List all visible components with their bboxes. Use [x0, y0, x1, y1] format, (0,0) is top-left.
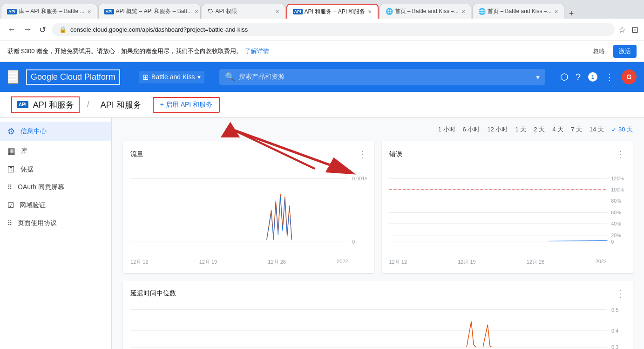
time-2d[interactable]: 2 天	[534, 125, 545, 134]
sidebar-item-library[interactable]: ▦ 库	[0, 141, 111, 161]
dashboard-icon: ⚙	[7, 126, 15, 137]
tab-homepage-1[interactable]: 🌐 首页 – Battle and Kiss –... ×	[380, 4, 472, 19]
hamburger-menu-button[interactable]: ☰	[7, 70, 19, 84]
error-x-label-1: 12月 19	[458, 259, 476, 266]
more-options-button[interactable]: ⋮	[605, 71, 614, 82]
tab-api-services[interactable]: API API 和服务 – API 和服务 ×	[286, 4, 379, 19]
search-expand-icon: ▾	[536, 73, 540, 82]
svg-text:0: 0	[352, 239, 355, 245]
tos-icon: ⠿	[7, 219, 12, 227]
tab-library[interactable]: API 库 – API 和服务 – Battle ... ×	[1, 4, 97, 19]
latency-chart-header: 延迟时间中位数 ⋮	[130, 288, 625, 299]
tab-label-4: API 和服务 – API 和服务	[305, 8, 366, 16]
time-7d[interactable]: 7 天	[571, 125, 582, 134]
content-area: 1 小时 6 小时 12 小时 1 天 2 天 4 天 7 天 14 天 ✓ 3…	[112, 118, 644, 349]
share-icon-button[interactable]: ⬡	[560, 71, 568, 82]
promo-link[interactable]: 了解详情	[245, 47, 269, 55]
enable-api-button[interactable]: + 启用 API 和服务	[153, 97, 220, 113]
reload-button[interactable]: ↺	[37, 23, 48, 37]
extension-icon[interactable]: ⊡	[631, 25, 638, 35]
back-button[interactable]: ←	[6, 23, 18, 36]
traffic-chart-area: 0.001/s 0	[130, 164, 367, 257]
domain-icon: ☑	[7, 201, 14, 210]
traffic-chart-x-labels: 12月 12 12月 19 12月 26 2022	[130, 259, 367, 266]
time-4d[interactable]: 4 天	[552, 125, 563, 134]
svg-text:120%: 120%	[611, 176, 624, 181]
time-14d[interactable]: 14 天	[590, 125, 604, 134]
tab-permissions[interactable]: 🛡 API 权限 ×	[202, 4, 285, 19]
promo-activate-button[interactable]: 激活	[613, 45, 637, 58]
traffic-x-label-3: 2022	[337, 259, 348, 266]
promo-dismiss-button[interactable]: 忽略	[593, 47, 605, 55]
toolbar-icons: ☆ ⊡	[618, 25, 638, 35]
svg-text:60%: 60%	[611, 210, 621, 215]
svg-text:20%: 20%	[611, 233, 621, 238]
credentials-icon: ⚿	[7, 165, 15, 174]
address-bar[interactable]: 🔒 console.cloud.google.com/apis/dashboar…	[52, 23, 615, 36]
traffic-x-label-1: 12月 19	[199, 259, 217, 266]
sidebar-item-tos[interactable]: ⠿ 页面使用协议	[0, 214, 111, 232]
tab-close-icon-5[interactable]: ×	[459, 8, 465, 15]
svg-line-23	[548, 240, 607, 241]
sidebar-label-domain: 网域验证	[20, 201, 46, 210]
tab-close-icon-6[interactable]: ×	[552, 8, 558, 15]
sidebar-item-dashboard[interactable]: ⚙ 信息中心	[0, 122, 111, 141]
error-chart-header: 错误 ⋮	[389, 149, 626, 160]
project-name: Battle and Kiss	[151, 73, 195, 81]
time-6h[interactable]: 6 小时	[463, 125, 480, 134]
tab-label-5: 首页 – Battle and Kiss –...	[395, 7, 459, 15]
help-icon-button[interactable]: ?	[576, 72, 581, 82]
tab-label-6: 首页 – Battle and Kiss –...	[488, 7, 551, 15]
traffic-chart-header: 流量 ⋮	[130, 149, 367, 160]
notification-badge[interactable]: 1	[588, 72, 597, 82]
sidebar-label-library: 库	[21, 147, 27, 155]
search-bar[interactable]: 🔍 搜索产品和资源 ▾	[219, 69, 545, 85]
svg-text:0.5: 0.5	[611, 307, 618, 313]
latency-chart-card: 延迟时间中位数 ⋮ 0.5 0.4 0.3	[123, 281, 633, 349]
page-header: API API 和服务 / API 和服务 + 启用 API 和服务	[0, 92, 644, 118]
forward-button[interactable]: →	[21, 23, 34, 36]
svg-text:0: 0	[611, 239, 614, 245]
tab-label: 库 – API 和服务 – Battle ...	[19, 7, 84, 15]
promo-text: 获赠 $300 赠金，开始免费试用。请放心，如果您的赠金用尽，我们不会向您收取费…	[7, 47, 242, 55]
project-selector[interactable]: ⊞ Battle and Kiss ▾	[139, 71, 204, 83]
api-badge: API	[17, 101, 28, 108]
top-nav: ☰ Google Cloud Platform ⊞ Battle and Kis…	[0, 62, 644, 92]
bookmark-icon[interactable]: ☆	[618, 25, 626, 35]
sidebar-item-oauth[interactable]: ⠿ OAuth 同意屏幕	[0, 178, 111, 196]
sidebar-label-oauth: OAuth 同意屏幕	[18, 183, 64, 192]
promo-banner: 获赠 $300 赠金，开始免费试用。请放心，如果您的赠金用尽，我们不会向您收取费…	[0, 41, 644, 62]
tab-label-2: API 概览 – API 和服务 – Batt...	[116, 7, 192, 15]
time-30d[interactable]: ✓ 30 天	[611, 125, 633, 134]
svg-text:0.4: 0.4	[611, 328, 618, 334]
error-chart-area: 120% 100% 80% 60% 40% 20% 0	[389, 164, 626, 257]
error-chart-menu[interactable]: ⋮	[616, 149, 625, 160]
nav-right-icons: ⬡ ? 1 ⋮ G	[560, 69, 637, 84]
sidebar-label-dashboard: 信息中心	[20, 127, 47, 136]
error-chart-x-labels: 12月 12 12月 19 12月 26 2022	[389, 259, 626, 266]
traffic-x-label-0: 12月 12	[130, 259, 149, 266]
tab-close-icon-4[interactable]: ×	[365, 8, 372, 15]
new-tab-button[interactable]: +	[564, 9, 579, 19]
search-icon: 🔍	[225, 72, 235, 82]
breadcrumb-divider: /	[87, 100, 89, 109]
page-title: API 和服务	[33, 99, 74, 110]
tab-close-icon-3[interactable]: ×	[272, 8, 279, 15]
error-chart-svg: 120% 100% 80% 60% 40% 20% 0	[389, 164, 626, 257]
time-12h[interactable]: 12 小时	[487, 125, 508, 134]
latency-chart-menu[interactable]: ⋮	[616, 288, 625, 299]
tab-homepage-2[interactable]: 🌐 首页 – Battle and Kiss –... ×	[472, 4, 564, 19]
library-icon: ▦	[7, 146, 15, 156]
sidebar-label-tos: 页面使用协议	[18, 219, 57, 227]
sidebar-item-domain[interactable]: ☑ 网域验证	[0, 196, 111, 214]
tab-close-icon[interactable]: ×	[84, 8, 91, 15]
user-avatar[interactable]: G	[622, 69, 637, 84]
traffic-chart-menu[interactable]: ⋮	[358, 149, 367, 160]
tab-globe-icon-2: 🌐	[478, 8, 486, 15]
tab-close-icon-2[interactable]: ×	[192, 8, 198, 15]
sidebar-item-credentials[interactable]: ⚿ 凭据	[0, 161, 111, 178]
time-1d[interactable]: 1 天	[515, 125, 526, 134]
time-check-icon: ✓	[611, 126, 617, 133]
time-1h[interactable]: 1 小时	[438, 125, 455, 134]
tab-overview[interactable]: API API 概览 – API 和服务 – Batt... ×	[98, 4, 201, 19]
